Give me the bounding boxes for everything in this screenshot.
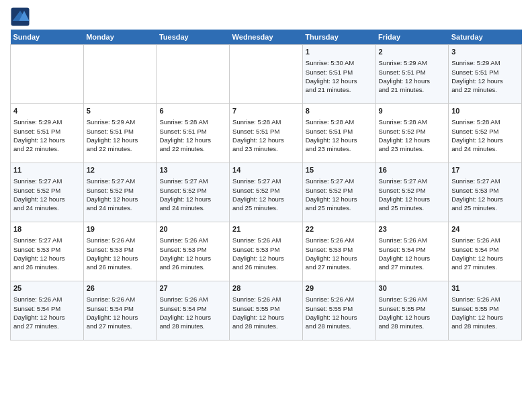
week-row-0: 1Sunrise: 5:30 AMSunset: 5:51 PMDaylight…: [11, 45, 522, 104]
day-info: Sunrise: 5:26 AM: [306, 236, 373, 244]
day-number: 6: [159, 106, 226, 116]
header-day-wednesday: Wednesday: [230, 30, 303, 45]
calendar-cell: 28Sunrise: 5:26 AMSunset: 5:55 PMDayligh…: [230, 281, 303, 340]
day-info: and 22 minutes.: [87, 144, 154, 153]
calendar-cell: 11Sunrise: 5:27 AMSunset: 5:52 PMDayligh…: [11, 163, 84, 222]
day-info: Sunset: 5:55 PM: [306, 304, 373, 313]
calendar-cell: 20Sunrise: 5:26 AMSunset: 5:53 PMDayligh…: [157, 222, 230, 281]
day-info: Sunset: 5:53 PM: [159, 245, 226, 254]
day-info: Sunset: 5:52 PM: [379, 186, 446, 195]
day-info: and 27 minutes.: [306, 263, 373, 271]
calendar-cell: 12Sunrise: 5:27 AMSunset: 5:52 PMDayligh…: [83, 163, 157, 222]
header-day-saturday: Saturday: [449, 30, 522, 45]
calendar-cell: 18Sunrise: 5:27 AMSunset: 5:53 PMDayligh…: [11, 222, 84, 281]
day-info: Daylight: 12 hours: [159, 195, 226, 203]
day-info: and 26 minutes.: [232, 263, 300, 271]
calendar-cell: 8Sunrise: 5:28 AMSunset: 5:51 PMDaylight…: [302, 104, 375, 163]
day-info: Sunrise: 5:29 AM: [87, 118, 154, 126]
calendar-cell: 29Sunrise: 5:26 AMSunset: 5:55 PMDayligh…: [302, 281, 375, 340]
day-info: Daylight: 12 hours: [306, 77, 373, 85]
header-day-thursday: Thursday: [302, 30, 375, 45]
day-info: Sunset: 5:51 PM: [451, 68, 519, 77]
day-info: and 23 minutes.: [306, 144, 373, 153]
calendar-cell: [157, 45, 230, 104]
calendar-cell: 6Sunrise: 5:28 AMSunset: 5:51 PMDaylight…: [157, 104, 230, 163]
header-day-tuesday: Tuesday: [157, 30, 230, 45]
day-info: Daylight: 12 hours: [379, 313, 446, 322]
day-info: Daylight: 12 hours: [451, 313, 519, 322]
day-info: Sunset: 5:53 PM: [306, 245, 373, 254]
calendar-cell: 4Sunrise: 5:29 AMSunset: 5:51 PMDaylight…: [11, 104, 84, 163]
calendar-cell: 30Sunrise: 5:26 AMSunset: 5:55 PMDayligh…: [375, 281, 449, 340]
day-info: Daylight: 12 hours: [232, 254, 300, 263]
day-info: Sunrise: 5:27 AM: [232, 177, 300, 185]
day-info: and 22 minutes.: [451, 85, 519, 94]
day-number: 14: [232, 165, 300, 175]
day-info: Sunrise: 5:27 AM: [379, 177, 446, 185]
day-info: and 22 minutes.: [13, 144, 81, 153]
day-number: 28: [232, 283, 300, 293]
day-info: Sunset: 5:54 PM: [13, 304, 81, 313]
day-info: Sunset: 5:54 PM: [379, 245, 446, 254]
day-info: and 28 minutes.: [451, 322, 519, 330]
day-info: Sunset: 5:52 PM: [451, 127, 519, 136]
day-info: Daylight: 12 hours: [379, 136, 446, 144]
day-number: 16: [379, 165, 446, 175]
day-info: Daylight: 12 hours: [159, 313, 226, 322]
day-info: Sunset: 5:51 PM: [159, 127, 226, 136]
calendar-cell: 5Sunrise: 5:29 AMSunset: 5:51 PMDaylight…: [83, 104, 157, 163]
calendar-cell: 17Sunrise: 5:27 AMSunset: 5:53 PMDayligh…: [449, 163, 522, 222]
day-info: and 24 minutes.: [87, 203, 154, 212]
calendar-header: SundayMondayTuesdayWednesdayThursdayFrid…: [11, 30, 522, 45]
day-info: Daylight: 12 hours: [451, 77, 519, 85]
day-info: Sunset: 5:52 PM: [87, 186, 154, 195]
day-info: and 28 minutes.: [379, 322, 446, 330]
day-number: 26: [87, 283, 154, 293]
calendar-cell: 23Sunrise: 5:26 AMSunset: 5:54 PMDayligh…: [375, 222, 449, 281]
day-number: 25: [13, 283, 81, 293]
day-info: and 25 minutes.: [451, 203, 519, 212]
day-info: Sunset: 5:53 PM: [451, 186, 519, 195]
week-row-4: 25Sunrise: 5:26 AMSunset: 5:54 PMDayligh…: [11, 281, 522, 340]
day-info: Sunset: 5:55 PM: [451, 304, 519, 313]
day-info: Daylight: 12 hours: [306, 136, 373, 144]
day-info: Daylight: 12 hours: [87, 254, 154, 263]
day-number: 3: [451, 47, 519, 57]
day-info: Sunset: 5:53 PM: [13, 245, 81, 254]
day-info: Sunrise: 5:28 AM: [451, 118, 519, 126]
week-row-2: 11Sunrise: 5:27 AMSunset: 5:52 PMDayligh…: [11, 163, 522, 222]
day-number: 10: [451, 106, 519, 116]
calendar-cell: 13Sunrise: 5:27 AMSunset: 5:52 PMDayligh…: [157, 163, 230, 222]
header-row: SundayMondayTuesdayWednesdayThursdayFrid…: [11, 30, 522, 45]
day-info: and 28 minutes.: [232, 322, 300, 330]
day-info: Daylight: 12 hours: [13, 313, 81, 322]
calendar-cell: 14Sunrise: 5:27 AMSunset: 5:52 PMDayligh…: [230, 163, 303, 222]
day-info: Sunrise: 5:26 AM: [379, 295, 446, 304]
day-info: Sunrise: 5:27 AM: [306, 177, 373, 185]
calendar-cell: 31Sunrise: 5:26 AMSunset: 5:55 PMDayligh…: [449, 281, 522, 340]
day-info: and 27 minutes.: [379, 263, 446, 271]
day-info: and 25 minutes.: [232, 203, 300, 212]
day-info: Sunset: 5:51 PM: [306, 68, 373, 77]
day-info: Daylight: 12 hours: [451, 136, 519, 144]
day-info: and 24 minutes.: [451, 144, 519, 153]
calendar-cell: 10Sunrise: 5:28 AMSunset: 5:52 PMDayligh…: [449, 104, 522, 163]
day-info: Sunrise: 5:26 AM: [232, 295, 300, 304]
day-info: Sunrise: 5:28 AM: [159, 118, 226, 126]
day-number: 8: [306, 106, 373, 116]
day-info: and 26 minutes.: [87, 263, 154, 271]
calendar-cell: [230, 45, 303, 104]
day-info: Sunrise: 5:26 AM: [159, 295, 226, 304]
day-number: 4: [13, 106, 81, 116]
day-info: Sunset: 5:51 PM: [87, 127, 154, 136]
day-info: Daylight: 12 hours: [379, 195, 446, 203]
calendar-cell: 22Sunrise: 5:26 AMSunset: 5:53 PMDayligh…: [302, 222, 375, 281]
day-number: 18: [13, 224, 81, 234]
day-number: 15: [306, 165, 373, 175]
day-number: 27: [159, 283, 226, 293]
day-info: Sunset: 5:54 PM: [87, 304, 154, 313]
day-number: 17: [451, 165, 519, 175]
logo: [10, 7, 33, 27]
day-info: Sunset: 5:51 PM: [379, 68, 446, 77]
day-info: Sunset: 5:52 PM: [13, 186, 81, 195]
